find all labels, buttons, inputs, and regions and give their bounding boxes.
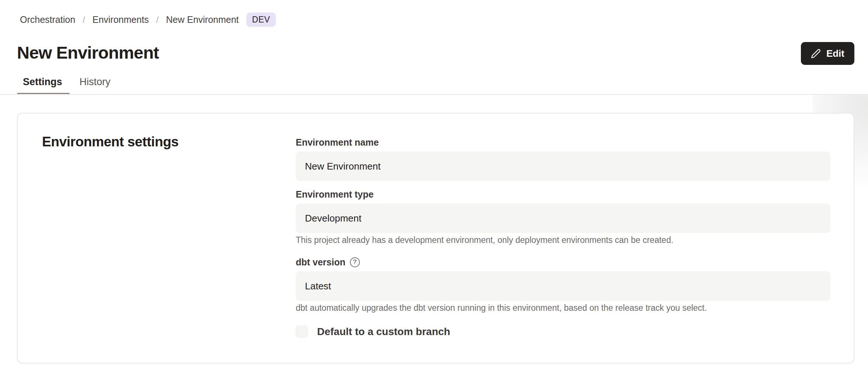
page-title: New Environment xyxy=(17,41,159,64)
tab-bar-divider xyxy=(0,94,868,95)
dev-environment-badge: DEV xyxy=(246,13,276,27)
environment-type-helper-text: This project already has a development e… xyxy=(296,234,830,246)
breadcrumb-orchestration[interactable]: Orchestration xyxy=(20,14,75,25)
environment-name-label-text: Environment name xyxy=(296,137,379,148)
environment-type-input[interactable]: Development xyxy=(296,203,830,233)
environment-settings-form: Environment name New Environment Environ… xyxy=(296,137,830,338)
environment-name-label: Environment name xyxy=(296,137,830,148)
help-icon[interactable]: ? xyxy=(350,257,360,267)
environment-settings-page: Orchestration / Environments / New Envir… xyxy=(0,0,868,376)
breadcrumb: Orchestration / Environments / New Envir… xyxy=(20,13,276,27)
custom-branch-row: Default to a custom branch xyxy=(296,325,830,338)
custom-branch-checkbox-label[interactable]: Default to a custom branch xyxy=(317,326,450,338)
dbt-version-value: Latest xyxy=(305,281,331,292)
environment-name-value: New Environment xyxy=(305,161,381,172)
edit-button[interactable]: Edit xyxy=(801,42,854,65)
dbt-version-label: dbt version ? xyxy=(296,257,830,268)
dbt-version-helper-text: dbt automatically upgrades the dbt versi… xyxy=(296,302,830,313)
breadcrumb-separator: / xyxy=(156,15,159,25)
environment-type-label: Environment type xyxy=(296,189,830,200)
dbt-version-input[interactable]: Latest xyxy=(296,271,830,301)
environment-type-label-text: Environment type xyxy=(296,189,374,200)
custom-branch-checkbox[interactable] xyxy=(296,325,308,338)
breadcrumb-separator: / xyxy=(83,15,85,25)
tab-history[interactable]: History xyxy=(80,76,111,93)
environment-settings-card: Environment settings Environment name Ne… xyxy=(17,113,854,363)
dbt-version-label-text: dbt version xyxy=(296,257,346,268)
edit-button-label: Edit xyxy=(826,48,844,59)
card-heading: Environment settings xyxy=(42,134,178,150)
environment-type-value: Development xyxy=(305,213,361,224)
breadcrumb-environments[interactable]: Environments xyxy=(93,14,149,25)
tab-settings[interactable]: Settings xyxy=(23,76,62,93)
pencil-icon xyxy=(811,49,821,59)
breadcrumb-new-environment[interactable]: New Environment xyxy=(166,14,239,25)
tab-bar: Settings History xyxy=(23,76,111,93)
environment-name-input[interactable]: New Environment xyxy=(296,152,830,181)
